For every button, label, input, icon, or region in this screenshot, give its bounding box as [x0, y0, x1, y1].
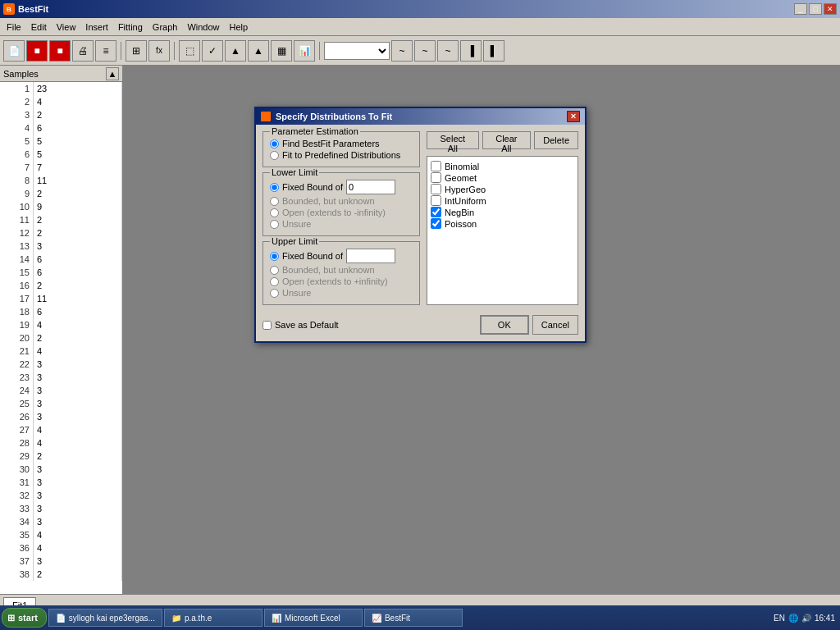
menu-insert[interactable]: Insert: [80, 21, 113, 34]
tb-print[interactable]: 🖨: [72, 40, 94, 62]
tb-mountain1[interactable]: ▲: [225, 40, 246, 62]
save-default-row[interactable]: Save as Default: [262, 320, 339, 330]
dist-intuniform-checkbox[interactable]: [431, 195, 441, 206]
lower-fixed-bound-row[interactable]: Fixed Bound of: [270, 180, 413, 194]
lower-open-radio[interactable]: [270, 208, 279, 217]
row-value: 11: [34, 292, 122, 305]
dialog-close-button[interactable]: ✕: [567, 111, 580, 122]
clear-all-button[interactable]: Clear All: [482, 131, 532, 149]
tb-cdf[interactable]: ▌: [483, 40, 504, 62]
tb-mountain2[interactable]: ▲: [248, 40, 269, 62]
menu-edit[interactable]: Edit: [26, 21, 52, 34]
upper-unsure-radio[interactable]: [270, 289, 279, 298]
dist-poisson-checkbox[interactable]: [431, 218, 441, 229]
radio-find-bestfit-label: Find BestFit Parameters: [282, 139, 380, 148]
row-value: 4: [34, 528, 122, 541]
tb-save[interactable]: ■: [49, 40, 71, 62]
row-number: 36: [0, 541, 34, 555]
menu-file[interactable]: File: [2, 21, 26, 34]
dist-binomial-checkbox[interactable]: [431, 161, 441, 171]
sidebar-scroll-btn[interactable]: ▲: [106, 67, 119, 80]
sidebar-table: 1232432465565778119210911212213314615616…: [0, 82, 122, 581]
tb-table[interactable]: ⊞: [126, 40, 147, 62]
menu-fitting[interactable]: Fitting: [113, 21, 148, 34]
tb-wave1[interactable]: ~: [391, 40, 413, 62]
upper-bounded-radio[interactable]: [270, 266, 279, 275]
row-value: 3: [34, 489, 122, 502]
close-button[interactable]: ✕: [824, 3, 837, 15]
tb-select[interactable]: ⬚: [179, 40, 200, 62]
row-value: 3: [34, 358, 122, 371]
tb-chart[interactable]: 📊: [294, 40, 315, 62]
menu-view[interactable]: View: [52, 21, 81, 34]
dist-hypergeo-checkbox[interactable]: [431, 184, 441, 194]
lower-bounded-row[interactable]: Bounded, but unknown: [270, 196, 413, 206]
tb-check[interactable]: ✓: [202, 40, 223, 62]
menu-help[interactable]: Help: [225, 21, 253, 34]
upper-open-row[interactable]: Open (extends to +infinity): [270, 276, 413, 286]
lower-bounded-radio[interactable]: [270, 197, 279, 206]
dist-binomial[interactable]: Binomial: [431, 161, 574, 171]
start-button[interactable]: ⊞ start: [2, 608, 47, 628]
dist-hypergeo[interactable]: HyperGeo: [431, 184, 574, 194]
lower-unsure-row[interactable]: Unsure: [270, 219, 413, 229]
sidebar-scroll-area[interactable]: 1232432465565778119210911212213314615616…: [0, 82, 122, 594]
delete-button[interactable]: Delete: [534, 131, 578, 149]
tb-open[interactable]: ■: [26, 40, 48, 62]
tb-new[interactable]: 📄: [3, 40, 25, 62]
radio-find-bestfit-input[interactable]: [270, 139, 279, 148]
select-all-button[interactable]: Select All: [427, 131, 479, 149]
taskbar-item-0[interactable]: 📄 syllogh kai epe3ergas...: [48, 609, 162, 627]
maximize-button[interactable]: □: [809, 3, 822, 15]
upper-fixed-input[interactable]: [346, 249, 395, 263]
taskbar-item-2[interactable]: 📊 Microsoft Excel: [264, 609, 363, 627]
upper-open-radio[interactable]: [270, 277, 279, 286]
taskbar-item-1[interactable]: 📁 p.a.th.e: [164, 609, 262, 627]
radio-fit-predefined[interactable]: Fit to Predefined Distributions: [270, 150, 413, 160]
upper-bounded-row[interactable]: Bounded, but unknown: [270, 265, 413, 275]
content-area: Specify Distributions To Fit ✕ Parameter…: [123, 66, 840, 594]
row-number: 19: [0, 318, 34, 331]
row-value: 3: [34, 410, 122, 423]
upper-fixed-bound-row[interactable]: Fixed Bound of: [270, 249, 413, 263]
dialog-title-text: Specify Distributions To Fit: [276, 112, 392, 121]
ok-button[interactable]: OK: [480, 315, 529, 335]
radio-fit-predefined-input[interactable]: [270, 151, 279, 160]
cancel-button[interactable]: Cancel: [532, 315, 578, 335]
menu-window[interactable]: Window: [182, 21, 224, 34]
menu-graph[interactable]: Graph: [148, 21, 183, 34]
upper-fixed-radio[interactable]: [270, 252, 279, 261]
dist-intuniform[interactable]: IntUniform: [431, 195, 574, 206]
lower-open-row[interactable]: Open (extends to -infinity): [270, 208, 413, 217]
row-number: 8: [0, 174, 34, 187]
lower-fixed-radio[interactable]: [270, 183, 279, 192]
lower-unsure-radio[interactable]: [270, 220, 279, 229]
tb-bar[interactable]: ▦: [271, 40, 292, 62]
taskbar-item-3[interactable]: 📈 BestFit: [364, 609, 463, 627]
row-value: 3: [34, 384, 122, 397]
sidebar-row: 194: [0, 318, 122, 331]
radio-find-bestfit[interactable]: Find BestFit Parameters: [270, 139, 413, 148]
row-number: 20: [0, 331, 34, 345]
dist-negbin[interactable]: NegBin: [431, 207, 574, 217]
dist-poisson[interactable]: Poisson: [431, 218, 574, 229]
dist-geomet[interactable]: Geomet: [431, 172, 574, 183]
dist-binomial-label: Binomial: [445, 162, 479, 171]
lower-fixed-input[interactable]: [346, 180, 395, 194]
row-value: 4: [34, 95, 122, 108]
tb-wave2[interactable]: ~: [414, 40, 436, 62]
dist-geomet-checkbox[interactable]: [431, 172, 441, 183]
tb-dropdown[interactable]: [324, 42, 390, 60]
minimize-button[interactable]: _: [794, 3, 807, 15]
taskbar-network-icon: 🌐: [788, 614, 798, 623]
save-default-checkbox[interactable]: [262, 321, 272, 330]
sidebar-row: 112: [0, 213, 122, 226]
tb-hist[interactable]: ▐: [460, 40, 482, 62]
sidebar-row: 811: [0, 174, 122, 187]
upper-unsure-row[interactable]: Unsure: [270, 288, 413, 298]
dist-negbin-checkbox[interactable]: [431, 207, 441, 217]
tb-list[interactable]: ≡: [95, 40, 116, 62]
sidebar-row: 133: [0, 240, 122, 253]
tb-wave3[interactable]: ~: [437, 40, 459, 62]
tb-fx[interactable]: fx: [148, 40, 170, 62]
